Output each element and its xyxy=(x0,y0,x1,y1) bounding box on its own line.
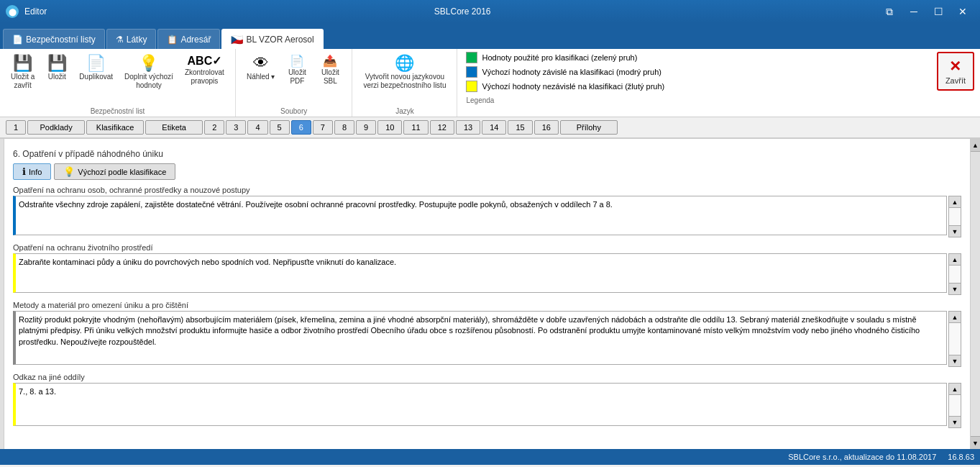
content-area: 6. Opatření v případě náhodného úniku ℹ … xyxy=(4,139,970,449)
textarea-ochrana-zp[interactable] xyxy=(13,253,947,293)
scroll-down-metody[interactable]: ▼ xyxy=(949,355,961,366)
tab-11[interactable]: 11 xyxy=(403,120,428,135)
field-odkaz: Odkaz na jiné oddíly ▲ ▼ xyxy=(13,373,961,428)
close-window-button[interactable]: ✕ xyxy=(951,0,974,23)
tab-7[interactable]: 7 xyxy=(313,120,333,135)
tab-icon: 📋 xyxy=(167,35,178,45)
scroll-down-odkaz[interactable]: ▼ xyxy=(949,416,961,427)
ulozit-pdf-button[interactable]: 📄 Uložit PDF xyxy=(281,52,313,89)
field-label-ochrana-zp: Opatření na ochranu životního prostředí xyxy=(13,243,961,252)
field-wrap-metody: ▲ ▼ xyxy=(13,311,961,367)
scroll-track-odkaz xyxy=(949,395,961,416)
field-ochrana-osob: Opatření na ochranu osob, ochranné prost… xyxy=(13,186,961,237)
app-icon: ⬤ xyxy=(6,5,19,18)
scroll-up-zp[interactable]: ▲ xyxy=(949,254,961,266)
scrollbar-odkaz: ▲ ▼ xyxy=(948,383,961,428)
tab-15[interactable]: 15 xyxy=(508,120,532,135)
tab-klasifikace[interactable]: Klasifikace xyxy=(86,120,144,135)
doplnit-button[interactable]: 💡 Doplnit výchozí hodnoty xyxy=(119,52,178,94)
flag-icon: 🇨🇿 xyxy=(231,34,243,45)
scroll-up-ochrana[interactable]: ▲ xyxy=(949,196,961,208)
tab-9[interactable]: 9 xyxy=(356,120,376,135)
view-tab-vychozi[interactable]: 💡 Výchozí podle klasifikace xyxy=(54,163,175,180)
tab-10[interactable]: 10 xyxy=(377,120,402,135)
field-metody: Metody a materiál pro omezení úniku a pr… xyxy=(13,301,961,367)
window-controls[interactable]: ⧉ ─ ☐ ✕ xyxy=(878,0,974,23)
vytvorit-jazyk-button[interactable]: 🌐 Vytvořit novou jazykovou verzi bezpečn… xyxy=(358,52,451,94)
textarea-odkaz[interactable] xyxy=(13,383,947,426)
duplicate-icon: 📄 xyxy=(86,55,106,71)
right-scroll-down[interactable]: ▼ xyxy=(971,436,980,449)
tab-prilohy[interactable]: Přílohy xyxy=(560,120,618,135)
tab-8[interactable]: 8 xyxy=(334,120,354,135)
save-close-icon: 💾 xyxy=(13,55,32,71)
close-button[interactable]: ✕ Zavřít xyxy=(937,52,974,91)
scrollbar-ochrana: ▲ ▼ xyxy=(948,196,961,237)
preview-icon: 👁 xyxy=(253,55,269,71)
title-bar: ⬤ Editor SBLCore 2016 ⧉ ─ ☐ ✕ xyxy=(0,0,980,23)
ribbon-group-bezpecnostni: 💾 Uložit a zavřít 💾 Uložit 📄 Duplikovat … xyxy=(0,49,236,117)
tab-blvzor[interactable]: 🇨🇿 BL VZOR Aerosol xyxy=(221,29,323,49)
field-ochrana-zp: Opatření na ochranu životního prostředí … xyxy=(13,243,961,295)
ulozit-button[interactable]: 💾 Uložit xyxy=(41,52,73,94)
tab-label: Bezpečnostní listy xyxy=(26,35,96,45)
x-icon: ✕ xyxy=(949,58,961,75)
right-scrollbar: ▲ ▼ xyxy=(970,139,980,449)
legend-green-text: Hodnoty použité pro klasifikaci (zelený … xyxy=(482,53,637,62)
scroll-track-ochrana xyxy=(949,208,961,225)
ribbon-buttons-jazyk: 🌐 Vytvořit novou jazykovou verzi bezpečn… xyxy=(358,52,451,105)
scrollbar-zp: ▲ ▼ xyxy=(948,253,961,295)
maximize-button[interactable]: ☐ xyxy=(927,0,950,23)
group-label-soubory: Soubory xyxy=(236,107,352,115)
minimize-button[interactable]: ─ xyxy=(902,0,925,23)
tab-6[interactable]: 6 xyxy=(291,120,311,135)
tab-5[interactable]: 5 xyxy=(270,120,290,135)
scroll-down-ochrana[interactable]: ▼ xyxy=(949,225,961,237)
textarea-ochrana-osob[interactable] xyxy=(13,196,947,235)
scroll-up-odkaz[interactable]: ▲ xyxy=(949,384,961,395)
sbl-icon: 📤 xyxy=(323,55,337,67)
status-bar: SBLCore s.r.o., aktualizace do 11.08.201… xyxy=(0,449,980,465)
restore-button[interactable]: ⧉ xyxy=(878,0,901,23)
tab-16[interactable]: 16 xyxy=(534,120,559,135)
tab-etiketa[interactable]: Etiketa xyxy=(145,120,203,135)
tab-bezpecnostni[interactable]: 📄 Bezpečnostní listy xyxy=(3,29,105,49)
zkontrolovat-button[interactable]: ABC✓ Zkontrolovat pravopis xyxy=(180,52,229,94)
duplikovat-button[interactable]: 📄 Duplikovat xyxy=(74,52,118,94)
ribbon-legend: Hodnoty použité pro klasifikaci (zelený … xyxy=(457,49,930,117)
bulb-icon: 💡 xyxy=(139,55,158,71)
field-label-odkaz: Odkaz na jiné oddíly xyxy=(13,373,961,381)
tab-14[interactable]: 14 xyxy=(482,120,506,135)
section-tabs: 1 Podklady Klasifikace Etiketa 2 3 4 5 6… xyxy=(0,117,980,138)
status-company: SBLCore s.r.o., aktualizace do 11.08.201… xyxy=(788,453,936,461)
scroll-up-metody[interactable]: ▲ xyxy=(949,312,961,323)
ulozit-zavrit-button[interactable]: 💾 Uložit a zavřít xyxy=(6,52,40,94)
tab-13[interactable]: 13 xyxy=(456,120,480,135)
app-title: SBLCore 2016 xyxy=(47,6,878,17)
tab-latky[interactable]: ⚗ Látky xyxy=(106,29,157,49)
nahled-button[interactable]: 👁 Náhled xyxy=(242,52,280,89)
tab-12[interactable]: 12 xyxy=(430,120,454,135)
tab-2[interactable]: 2 xyxy=(204,120,224,135)
ribbon-group-jazyk: 🌐 Vytvořit novou jazykovou verzi bezpečn… xyxy=(352,49,457,117)
bulb-small-icon: 💡 xyxy=(63,166,75,177)
tab-4[interactable]: 4 xyxy=(247,120,267,135)
textarea-metody[interactable] xyxy=(13,311,947,365)
tab-icon: 📄 xyxy=(12,35,23,45)
tab-podklady[interactable]: Podklady xyxy=(27,120,85,135)
scroll-track-metody xyxy=(949,323,961,355)
legend-blue-swatch xyxy=(466,66,477,78)
scroll-down-zp[interactable]: ▼ xyxy=(949,283,961,294)
save-icon: 💾 xyxy=(47,55,67,71)
pdf-icon: 📄 xyxy=(290,55,304,67)
tab-bar: 📄 Bezpečnostní listy ⚗ Látky 📋 Adresář 🇨… xyxy=(0,23,980,49)
legend-item-blue: Výchozí hodnoty závislé na klasifikaci (… xyxy=(466,66,922,78)
view-tab-info[interactable]: ℹ Info xyxy=(13,163,51,180)
tab-3[interactable]: 3 xyxy=(226,120,246,135)
tab-adresat[interactable]: 📋 Adresář xyxy=(157,29,220,49)
tab-1[interactable]: 1 xyxy=(6,120,26,135)
right-scroll-up[interactable]: ▲ xyxy=(971,139,980,152)
ribbon-group-close: ✕ Zavřít xyxy=(931,49,980,117)
ulozit-sbl-button[interactable]: 📤 Uložit SBL xyxy=(314,52,346,89)
language-icon: 🌐 xyxy=(395,55,414,71)
